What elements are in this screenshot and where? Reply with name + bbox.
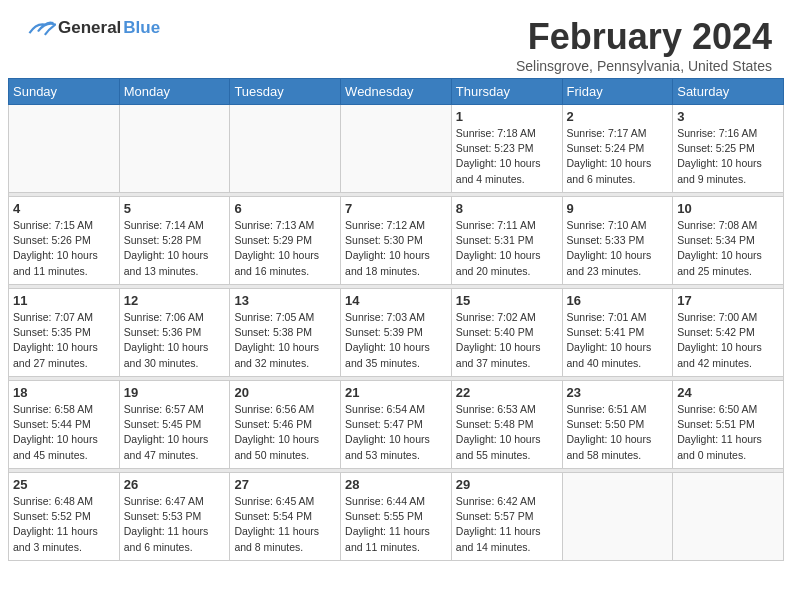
day-number: 10 [677, 201, 779, 216]
table-row: 4Sunrise: 7:15 AM Sunset: 5:26 PM Daylig… [9, 197, 120, 285]
table-row: 23Sunrise: 6:51 AM Sunset: 5:50 PM Dayli… [562, 381, 673, 469]
calendar-week-row: 4Sunrise: 7:15 AM Sunset: 5:26 PM Daylig… [9, 197, 784, 285]
day-number: 29 [456, 477, 558, 492]
day-info: Sunrise: 6:53 AM Sunset: 5:48 PM Dayligh… [456, 402, 558, 463]
day-number: 8 [456, 201, 558, 216]
day-info: Sunrise: 6:47 AM Sunset: 5:53 PM Dayligh… [124, 494, 226, 555]
day-number: 3 [677, 109, 779, 124]
table-row: 19Sunrise: 6:57 AM Sunset: 5:45 PM Dayli… [119, 381, 230, 469]
table-row: 9Sunrise: 7:10 AM Sunset: 5:33 PM Daylig… [562, 197, 673, 285]
day-info: Sunrise: 7:06 AM Sunset: 5:36 PM Dayligh… [124, 310, 226, 371]
table-row: 13Sunrise: 7:05 AM Sunset: 5:38 PM Dayli… [230, 289, 341, 377]
day-info: Sunrise: 7:10 AM Sunset: 5:33 PM Dayligh… [567, 218, 669, 279]
col-wednesday: Wednesday [341, 79, 452, 105]
table-row [341, 105, 452, 193]
day-number: 21 [345, 385, 447, 400]
col-monday: Monday [119, 79, 230, 105]
day-info: Sunrise: 6:57 AM Sunset: 5:45 PM Dayligh… [124, 402, 226, 463]
day-info: Sunrise: 7:08 AM Sunset: 5:34 PM Dayligh… [677, 218, 779, 279]
day-number: 24 [677, 385, 779, 400]
day-number: 1 [456, 109, 558, 124]
day-number: 25 [13, 477, 115, 492]
day-info: Sunrise: 6:51 AM Sunset: 5:50 PM Dayligh… [567, 402, 669, 463]
table-row: 20Sunrise: 6:56 AM Sunset: 5:46 PM Dayli… [230, 381, 341, 469]
calendar-week-row: 18Sunrise: 6:58 AM Sunset: 5:44 PM Dayli… [9, 381, 784, 469]
day-info: Sunrise: 7:12 AM Sunset: 5:30 PM Dayligh… [345, 218, 447, 279]
day-info: Sunrise: 7:02 AM Sunset: 5:40 PM Dayligh… [456, 310, 558, 371]
day-number: 4 [13, 201, 115, 216]
col-sunday: Sunday [9, 79, 120, 105]
day-info: Sunrise: 6:42 AM Sunset: 5:57 PM Dayligh… [456, 494, 558, 555]
table-row: 1Sunrise: 7:18 AM Sunset: 5:23 PM Daylig… [451, 105, 562, 193]
logo: GeneralBlue [20, 16, 160, 40]
day-number: 5 [124, 201, 226, 216]
day-number: 28 [345, 477, 447, 492]
table-row: 15Sunrise: 7:02 AM Sunset: 5:40 PM Dayli… [451, 289, 562, 377]
table-row: 10Sunrise: 7:08 AM Sunset: 5:34 PM Dayli… [673, 197, 784, 285]
logo-blue-text: Blue [123, 18, 160, 38]
col-friday: Friday [562, 79, 673, 105]
table-row [230, 105, 341, 193]
day-info: Sunrise: 7:17 AM Sunset: 5:24 PM Dayligh… [567, 126, 669, 187]
day-info: Sunrise: 6:50 AM Sunset: 5:51 PM Dayligh… [677, 402, 779, 463]
day-info: Sunrise: 7:05 AM Sunset: 5:38 PM Dayligh… [234, 310, 336, 371]
day-number: 17 [677, 293, 779, 308]
table-row: 25Sunrise: 6:48 AM Sunset: 5:52 PM Dayli… [9, 473, 120, 561]
table-row: 14Sunrise: 7:03 AM Sunset: 5:39 PM Dayli… [341, 289, 452, 377]
table-row: 5Sunrise: 7:14 AM Sunset: 5:28 PM Daylig… [119, 197, 230, 285]
day-info: Sunrise: 6:44 AM Sunset: 5:55 PM Dayligh… [345, 494, 447, 555]
day-info: Sunrise: 7:16 AM Sunset: 5:25 PM Dayligh… [677, 126, 779, 187]
day-number: 9 [567, 201, 669, 216]
day-number: 13 [234, 293, 336, 308]
day-info: Sunrise: 6:56 AM Sunset: 5:46 PM Dayligh… [234, 402, 336, 463]
day-number: 12 [124, 293, 226, 308]
table-row: 2Sunrise: 7:17 AM Sunset: 5:24 PM Daylig… [562, 105, 673, 193]
table-row: 18Sunrise: 6:58 AM Sunset: 5:44 PM Dayli… [9, 381, 120, 469]
title-block: February 2024 Selinsgrove, Pennsylvania,… [516, 16, 772, 74]
page-header: GeneralBlue February 2024 Selinsgrove, P… [0, 0, 792, 78]
day-number: 16 [567, 293, 669, 308]
table-row: 21Sunrise: 6:54 AM Sunset: 5:47 PM Dayli… [341, 381, 452, 469]
table-row: 24Sunrise: 6:50 AM Sunset: 5:51 PM Dayli… [673, 381, 784, 469]
table-row: 16Sunrise: 7:01 AM Sunset: 5:41 PM Dayli… [562, 289, 673, 377]
day-number: 22 [456, 385, 558, 400]
subtitle: Selinsgrove, Pennsylvania, United States [516, 58, 772, 74]
table-row: 6Sunrise: 7:13 AM Sunset: 5:29 PM Daylig… [230, 197, 341, 285]
day-info: Sunrise: 7:11 AM Sunset: 5:31 PM Dayligh… [456, 218, 558, 279]
day-number: 18 [13, 385, 115, 400]
col-tuesday: Tuesday [230, 79, 341, 105]
month-title: February 2024 [516, 16, 772, 58]
day-number: 7 [345, 201, 447, 216]
table-row: 8Sunrise: 7:11 AM Sunset: 5:31 PM Daylig… [451, 197, 562, 285]
day-info: Sunrise: 7:07 AM Sunset: 5:35 PM Dayligh… [13, 310, 115, 371]
day-info: Sunrise: 7:13 AM Sunset: 5:29 PM Dayligh… [234, 218, 336, 279]
day-number: 23 [567, 385, 669, 400]
table-row [673, 473, 784, 561]
day-info: Sunrise: 7:00 AM Sunset: 5:42 PM Dayligh… [677, 310, 779, 371]
table-row: 29Sunrise: 6:42 AM Sunset: 5:57 PM Dayli… [451, 473, 562, 561]
table-row: 11Sunrise: 7:07 AM Sunset: 5:35 PM Dayli… [9, 289, 120, 377]
logo-general-text: General [58, 18, 121, 38]
table-row: 17Sunrise: 7:00 AM Sunset: 5:42 PM Dayli… [673, 289, 784, 377]
table-row: 22Sunrise: 6:53 AM Sunset: 5:48 PM Dayli… [451, 381, 562, 469]
day-number: 2 [567, 109, 669, 124]
table-row [562, 473, 673, 561]
table-row [119, 105, 230, 193]
day-number: 20 [234, 385, 336, 400]
day-info: Sunrise: 7:01 AM Sunset: 5:41 PM Dayligh… [567, 310, 669, 371]
calendar-week-row: 11Sunrise: 7:07 AM Sunset: 5:35 PM Dayli… [9, 289, 784, 377]
calendar-week-row: 25Sunrise: 6:48 AM Sunset: 5:52 PM Dayli… [9, 473, 784, 561]
day-info: Sunrise: 6:58 AM Sunset: 5:44 PM Dayligh… [13, 402, 115, 463]
day-number: 6 [234, 201, 336, 216]
day-info: Sunrise: 7:14 AM Sunset: 5:28 PM Dayligh… [124, 218, 226, 279]
table-row: 26Sunrise: 6:47 AM Sunset: 5:53 PM Dayli… [119, 473, 230, 561]
day-number: 14 [345, 293, 447, 308]
col-thursday: Thursday [451, 79, 562, 105]
day-number: 26 [124, 477, 226, 492]
day-info: Sunrise: 7:03 AM Sunset: 5:39 PM Dayligh… [345, 310, 447, 371]
day-number: 15 [456, 293, 558, 308]
calendar-header-row: Sunday Monday Tuesday Wednesday Thursday… [9, 79, 784, 105]
day-info: Sunrise: 6:45 AM Sunset: 5:54 PM Dayligh… [234, 494, 336, 555]
table-row: 27Sunrise: 6:45 AM Sunset: 5:54 PM Dayli… [230, 473, 341, 561]
table-row [9, 105, 120, 193]
